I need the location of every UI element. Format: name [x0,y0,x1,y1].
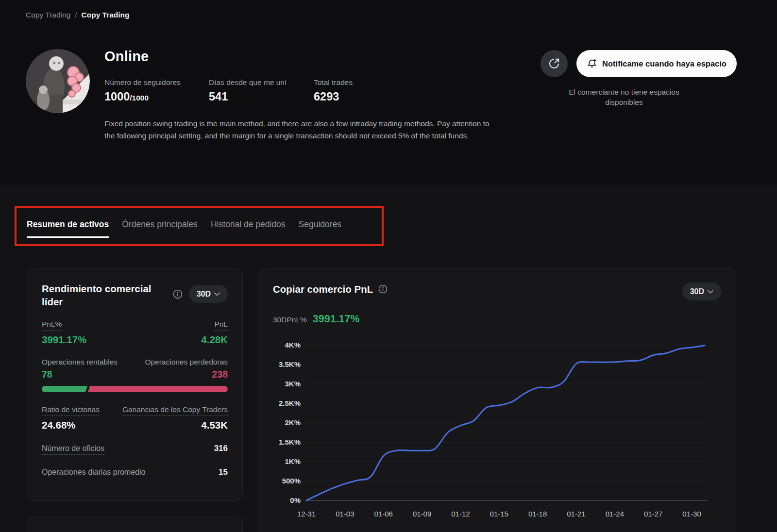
tab-bar: Resumen de activosÓrdenes principalesHis… [27,219,341,238]
stat-label: Días desde que me uní [209,78,287,87]
info-icon [172,289,183,299]
svg-text:01-12: 01-12 [451,510,470,518]
chevron-down-icon [214,292,220,296]
bell-plus-icon [587,58,597,69]
tab-resumen-de-activos[interactable]: Resumen de activos [27,219,109,238]
svg-text:01-03: 01-03 [336,510,354,518]
svg-text:500%: 500% [282,477,301,485]
trader-description: Fixed position swing trading is the main… [104,118,500,142]
tab--rdenes-principales[interactable]: Órdenes principales [122,219,198,238]
stat-label: Total trades [314,78,353,87]
no-slots-note: El comerciante no tiene espacios disponi… [566,87,682,107]
performance-card-title: Rendimiento comercial líder [42,282,161,308]
svg-text:2K%: 2K% [285,418,301,427]
pnl-value: 4.28K [201,334,228,346]
chart-info-button[interactable] [378,284,388,294]
svg-text:01-30: 01-30 [682,510,701,518]
avg-daily-trades-value: 15 [219,467,228,477]
tab-historial-de-pedidos[interactable]: Historial de pedidos [211,219,286,238]
trader-status-title: Online [104,49,149,65]
performance-info-button[interactable] [172,289,183,299]
pnl-pct-value: 3991.17% [42,334,86,346]
copy-traders-profit-label[interactable]: Ganancias de los Copy Traders [122,405,228,416]
notify-button-label: Notifícame cuando haya espacio [602,59,726,68]
info-icon [378,284,388,294]
chart-metric-value: 3991.17% [313,313,360,325]
period-value: 30D [197,290,211,299]
svg-text:3.5K%: 3.5K% [279,360,301,368]
chart-period-dropdown[interactable]: 30D [682,283,721,300]
losing-trades-label: Operaciones perdedoras [145,358,228,366]
avatar [26,49,90,113]
stat-value: 6293 [314,90,353,103]
pnl-chart-card: Copiar comercio PnL 30D 30DPnL% 3991.1 [258,268,736,532]
next-card-partial [27,516,243,532]
breadcrumb-separator: / [75,11,77,19]
svg-text:3K%: 3K% [285,380,301,388]
pnl-chart: 4K%3.5K%3K%2.5K%2K%1.5K%1K%500%0%12-3101… [272,334,722,532]
period-value: 30D [690,287,704,296]
avg-daily-trades-label: Operaciones diarias promedio [42,468,145,477]
header-stat: Número de seguidores1000/1000 [104,78,181,103]
copy-traders-profit-value: 4.53K [122,419,228,431]
stat-label: Número de seguidores [104,78,181,87]
svg-text:01-06: 01-06 [374,510,393,518]
svg-text:1.5K%: 1.5K% [279,438,301,446]
svg-text:1K%: 1K% [285,457,301,466]
svg-text:01-21: 01-21 [567,510,585,518]
header-stat: Total trades6293 [314,78,353,103]
profitable-trades-value: 78 [42,369,118,380]
chart-card-title: Copiar comercio PnL [273,283,373,296]
svg-text:4K%: 4K% [285,341,301,349]
chevron-down-icon [708,290,713,294]
share-button[interactable] [541,50,568,77]
svg-text:01-15: 01-15 [490,510,508,518]
svg-text:01-09: 01-09 [413,510,431,518]
profitable-trades-label: Operaciones rentables [42,358,118,366]
win-bar-segment [42,386,88,392]
tab-seguidores[interactable]: Seguidores [299,219,342,238]
win-ratio-value: 24.68% [42,419,100,431]
performance-card: Rendimiento comercial líder 30D [27,268,243,501]
breadcrumb: Copy Trading/Copy Trading [26,11,130,19]
performance-period-dropdown[interactable]: 30D [189,285,228,303]
win-ratio-label[interactable]: Ratio de victorias [42,405,100,416]
chart-metric-label: 30DPnL% [273,316,307,324]
header-stat: Días desde que me uní541 [209,78,287,103]
breadcrumb-current: Copy Trading [82,11,130,19]
share-icon [548,57,560,70]
stat-value: 1000/1000 [104,90,181,103]
num-trades-label[interactable]: Número de oficios [42,444,104,455]
num-trades-value: 316 [214,444,228,453]
pnl-label[interactable]: PnL [214,320,228,331]
pnl-pct-label[interactable]: PnL% [42,320,62,331]
svg-text:01-27: 01-27 [644,510,662,518]
stat-value: 541 [209,90,287,103]
svg-text:01-24: 01-24 [606,510,624,518]
svg-text:01-18: 01-18 [528,510,547,518]
losing-trades-value: 238 [145,369,228,380]
profile-header: Copy Trading/Copy Trading [0,0,777,185]
svg-text:0%: 0% [290,496,301,504]
win-loss-bar [42,386,228,392]
breadcrumb-parent-link[interactable]: Copy Trading [26,11,70,19]
notify-button[interactable]: Notifícame cuando haya espacio [576,50,737,77]
svg-text:2.5K%: 2.5K% [279,399,301,407]
svg-text:12-31: 12-31 [297,510,316,518]
copy-trading-page: Copy Trading/Copy Trading [0,0,777,532]
